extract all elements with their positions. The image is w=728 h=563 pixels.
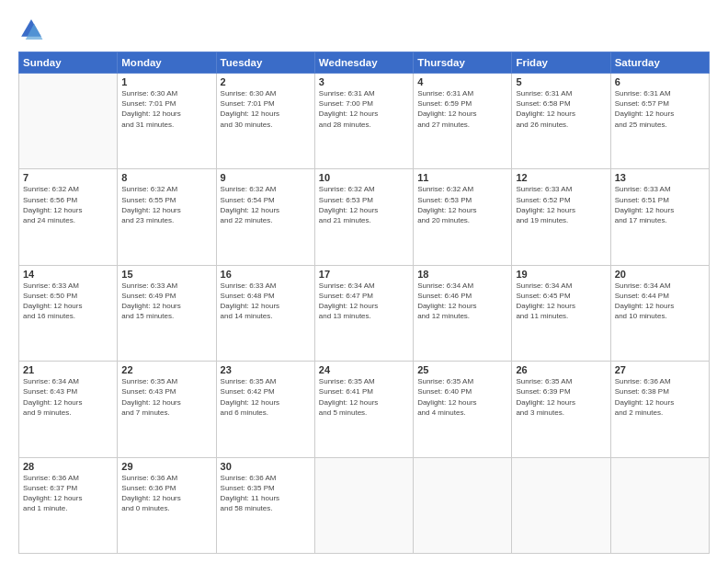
weekday-header-monday: Monday — [118, 52, 216, 74]
day-info: Sunrise: 6:35 AM Sunset: 6:39 PM Dayligh… — [516, 376, 606, 418]
day-number: 1 — [121, 76, 211, 87]
day-cell — [512, 457, 610, 553]
day-info: Sunrise: 6:30 AM Sunset: 7:01 PM Dayligh… — [121, 88, 211, 130]
weekday-header-sunday: Sunday — [19, 52, 118, 74]
day-number: 20 — [615, 269, 705, 280]
day-info: Sunrise: 6:36 AM Sunset: 6:35 PM Dayligh… — [221, 473, 311, 514]
day-cell: 15Sunrise: 6:33 AM Sunset: 6:49 PM Dayli… — [118, 265, 216, 361]
day-info: Sunrise: 6:33 AM Sunset: 6:49 PM Dayligh… — [121, 281, 211, 322]
day-cell: 27Sunrise: 6:36 AM Sunset: 6:38 PM Dayli… — [610, 362, 709, 457]
day-info: Sunrise: 6:32 AM Sunset: 6:56 PM Dayligh… — [23, 184, 113, 225]
day-cell: 9Sunrise: 6:32 AM Sunset: 6:54 PM Daylig… — [216, 169, 314, 265]
day-info: Sunrise: 6:33 AM Sunset: 6:52 PM Dayligh… — [516, 184, 606, 225]
day-info: Sunrise: 6:34 AM Sunset: 6:45 PM Dayligh… — [516, 281, 606, 322]
day-info: Sunrise: 6:31 AM Sunset: 7:00 PM Dayligh… — [319, 88, 409, 130]
week-row-4: 21Sunrise: 6:34 AM Sunset: 6:43 PM Dayli… — [19, 362, 710, 457]
day-cell: 8Sunrise: 6:32 AM Sunset: 6:55 PM Daylig… — [118, 169, 216, 265]
logo — [18, 17, 48, 42]
day-info: Sunrise: 6:36 AM Sunset: 6:38 PM Dayligh… — [615, 376, 705, 418]
day-info: Sunrise: 6:33 AM Sunset: 6:48 PM Dayligh… — [221, 281, 311, 322]
day-cell: 11Sunrise: 6:32 AM Sunset: 6:53 PM Dayli… — [414, 169, 512, 265]
day-info: Sunrise: 6:32 AM Sunset: 6:55 PM Dayligh… — [121, 184, 211, 225]
day-number: 22 — [121, 364, 211, 375]
day-cell: 20Sunrise: 6:34 AM Sunset: 6:44 PM Dayli… — [610, 265, 709, 361]
day-cell — [314, 457, 413, 553]
day-number: 2 — [221, 76, 311, 87]
day-number: 7 — [23, 172, 113, 183]
page: SundayMondayTuesdayWednesdayThursdayFrid… — [0, 0, 728, 563]
day-cell: 24Sunrise: 6:35 AM Sunset: 6:41 PM Dayli… — [314, 362, 413, 457]
day-number: 28 — [23, 461, 113, 472]
day-number: 26 — [516, 364, 606, 375]
day-cell — [610, 457, 709, 553]
day-info: Sunrise: 6:32 AM Sunset: 6:53 PM Dayligh… — [417, 184, 507, 225]
day-cell: 22Sunrise: 6:35 AM Sunset: 6:43 PM Dayli… — [118, 362, 216, 457]
logo-icon — [18, 17, 44, 42]
day-number: 29 — [121, 461, 211, 472]
day-info: Sunrise: 6:33 AM Sunset: 6:51 PM Dayligh… — [615, 184, 705, 225]
day-cell: 3Sunrise: 6:31 AM Sunset: 7:00 PM Daylig… — [314, 74, 413, 169]
day-info: Sunrise: 6:31 AM Sunset: 6:59 PM Dayligh… — [417, 88, 507, 130]
day-cell: 29Sunrise: 6:36 AM Sunset: 6:36 PM Dayli… — [118, 457, 216, 553]
day-cell: 14Sunrise: 6:33 AM Sunset: 6:50 PM Dayli… — [19, 265, 118, 361]
day-cell: 1Sunrise: 6:30 AM Sunset: 7:01 PM Daylig… — [118, 74, 216, 169]
calendar-table: SundayMondayTuesdayWednesdayThursdayFrid… — [18, 52, 710, 554]
day-info: Sunrise: 6:34 AM Sunset: 6:44 PM Dayligh… — [615, 281, 705, 322]
day-number: 4 — [417, 76, 507, 87]
day-info: Sunrise: 6:31 AM Sunset: 6:57 PM Dayligh… — [615, 88, 705, 130]
day-number: 15 — [121, 269, 211, 280]
weekday-header-thursday: Thursday — [414, 52, 512, 74]
day-info: Sunrise: 6:34 AM Sunset: 6:43 PM Dayligh… — [23, 376, 113, 418]
day-cell: 16Sunrise: 6:33 AM Sunset: 6:48 PM Dayli… — [216, 265, 314, 361]
day-number: 25 — [417, 364, 507, 375]
day-number: 21 — [23, 364, 113, 375]
weekday-header-friday: Friday — [512, 52, 610, 74]
day-cell: 10Sunrise: 6:32 AM Sunset: 6:53 PM Dayli… — [314, 169, 413, 265]
day-number: 17 — [319, 269, 409, 280]
day-number: 11 — [417, 172, 507, 183]
day-cell: 17Sunrise: 6:34 AM Sunset: 6:47 PM Dayli… — [314, 265, 413, 361]
day-number: 5 — [516, 76, 606, 87]
day-cell — [19, 74, 118, 169]
weekday-header-tuesday: Tuesday — [216, 52, 314, 74]
day-cell: 23Sunrise: 6:35 AM Sunset: 6:42 PM Dayli… — [216, 362, 314, 457]
day-cell: 18Sunrise: 6:34 AM Sunset: 6:46 PM Dayli… — [414, 265, 512, 361]
day-number: 14 — [23, 269, 113, 280]
day-info: Sunrise: 6:35 AM Sunset: 6:43 PM Dayligh… — [121, 376, 211, 418]
week-row-5: 28Sunrise: 6:36 AM Sunset: 6:37 PM Dayli… — [19, 457, 710, 553]
day-info: Sunrise: 6:32 AM Sunset: 6:53 PM Dayligh… — [319, 184, 409, 225]
day-cell: 12Sunrise: 6:33 AM Sunset: 6:52 PM Dayli… — [512, 169, 610, 265]
day-number: 19 — [516, 269, 606, 280]
day-number: 30 — [221, 461, 311, 472]
day-number: 12 — [516, 172, 606, 183]
day-cell: 25Sunrise: 6:35 AM Sunset: 6:40 PM Dayli… — [414, 362, 512, 457]
day-info: Sunrise: 6:34 AM Sunset: 6:46 PM Dayligh… — [417, 281, 507, 322]
day-cell: 13Sunrise: 6:33 AM Sunset: 6:51 PM Dayli… — [610, 169, 709, 265]
day-info: Sunrise: 6:36 AM Sunset: 6:36 PM Dayligh… — [121, 473, 211, 514]
day-number: 23 — [221, 364, 311, 375]
day-number: 9 — [221, 172, 311, 183]
day-info: Sunrise: 6:33 AM Sunset: 6:50 PM Dayligh… — [23, 281, 113, 322]
day-cell: 26Sunrise: 6:35 AM Sunset: 6:39 PM Dayli… — [512, 362, 610, 457]
day-number: 18 — [417, 269, 507, 280]
day-info: Sunrise: 6:35 AM Sunset: 6:40 PM Dayligh… — [417, 376, 507, 418]
day-number: 16 — [221, 269, 311, 280]
weekday-header-row: SundayMondayTuesdayWednesdayThursdayFrid… — [19, 52, 710, 74]
day-cell: 7Sunrise: 6:32 AM Sunset: 6:56 PM Daylig… — [19, 169, 118, 265]
day-cell: 6Sunrise: 6:31 AM Sunset: 6:57 PM Daylig… — [610, 74, 709, 169]
day-cell: 28Sunrise: 6:36 AM Sunset: 6:37 PM Dayli… — [19, 457, 118, 553]
day-number: 6 — [615, 76, 705, 87]
day-info: Sunrise: 6:36 AM Sunset: 6:37 PM Dayligh… — [23, 473, 113, 514]
day-cell: 19Sunrise: 6:34 AM Sunset: 6:45 PM Dayli… — [512, 265, 610, 361]
week-row-3: 14Sunrise: 6:33 AM Sunset: 6:50 PM Dayli… — [19, 265, 710, 361]
weekday-header-saturday: Saturday — [610, 52, 709, 74]
day-number: 3 — [319, 76, 409, 87]
header — [18, 17, 710, 42]
day-cell: 30Sunrise: 6:36 AM Sunset: 6:35 PM Dayli… — [216, 457, 314, 553]
day-cell: 21Sunrise: 6:34 AM Sunset: 6:43 PM Dayli… — [19, 362, 118, 457]
day-cell: 2Sunrise: 6:30 AM Sunset: 7:01 PM Daylig… — [216, 74, 314, 169]
weekday-header-wednesday: Wednesday — [314, 52, 413, 74]
day-cell: 4Sunrise: 6:31 AM Sunset: 6:59 PM Daylig… — [414, 74, 512, 169]
day-number: 8 — [121, 172, 211, 183]
day-cell — [414, 457, 512, 553]
